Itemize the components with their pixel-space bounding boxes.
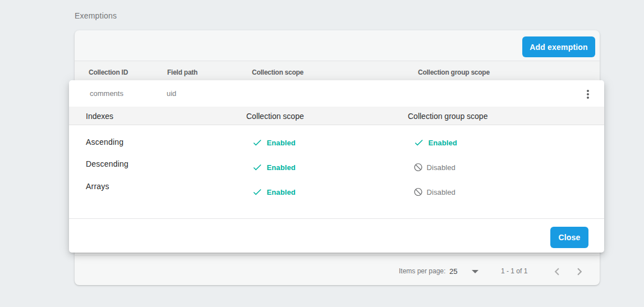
chevron-right-icon bbox=[572, 264, 587, 279]
items-per-page-value[interactable]: 25 bbox=[449, 267, 457, 275]
exemptions-table-header: Collection ID Field path Collection scop… bbox=[75, 61, 600, 80]
check-icon bbox=[252, 162, 263, 173]
close-button[interactable]: Close bbox=[550, 227, 588, 248]
column-header-field-path: Field path bbox=[167, 68, 197, 76]
paginator: Items per page: 25 1 - 1 of 1 bbox=[75, 255, 600, 285]
status-label: Disabled bbox=[427, 188, 456, 196]
page-title: Exemptions bbox=[75, 11, 117, 20]
collection-group-scope-status: Disabled bbox=[413, 163, 456, 172]
block-icon bbox=[413, 163, 423, 172]
collection-group-scope-status: Enabled bbox=[413, 138, 457, 148]
status-label: Enabled bbox=[267, 163, 296, 172]
column-header-collection-scope: Collection scope bbox=[252, 68, 303, 76]
index-row-label: Arrays bbox=[86, 182, 109, 191]
exemptions-page: Exemptions Add exemption Collection ID F… bbox=[0, 0, 644, 307]
items-per-page-dropdown-icon[interactable] bbox=[472, 270, 479, 273]
index-row-label: Descending bbox=[86, 159, 128, 168]
check-icon bbox=[413, 138, 424, 148]
next-page-button[interactable] bbox=[572, 264, 587, 279]
collection-scope-status: Enabled bbox=[252, 138, 296, 148]
status-label: Enabled bbox=[267, 188, 296, 196]
paginator-range-label: 1 - 1 of 1 bbox=[501, 267, 527, 275]
column-header-collection-id: Collection ID bbox=[89, 68, 128, 76]
collection-group-scope-status: Disabled bbox=[413, 187, 456, 197]
previous-page-button[interactable] bbox=[549, 264, 565, 279]
column-header-collection-group-scope: Collection group scope bbox=[418, 68, 490, 76]
collection-scope-status: Enabled bbox=[252, 187, 296, 198]
check-icon bbox=[252, 138, 263, 148]
block-icon bbox=[413, 187, 423, 197]
collection-scope-status: Enabled bbox=[252, 162, 296, 173]
status-label: Enabled bbox=[267, 139, 296, 147]
chevron-left-icon bbox=[550, 264, 564, 279]
exemption-details-dialog: comments uid Indexes Collection scope Co… bbox=[69, 80, 604, 253]
items-per-page-label: Items per page: bbox=[399, 267, 445, 275]
check-icon bbox=[252, 187, 263, 198]
status-label: Enabled bbox=[429, 139, 457, 147]
add-exemption-button[interactable]: Add exemption bbox=[522, 36, 595, 57]
index-row-label: Ascending bbox=[86, 138, 123, 146]
dialog-footer: Close bbox=[69, 218, 604, 253]
status-label: Disabled bbox=[427, 163, 456, 172]
